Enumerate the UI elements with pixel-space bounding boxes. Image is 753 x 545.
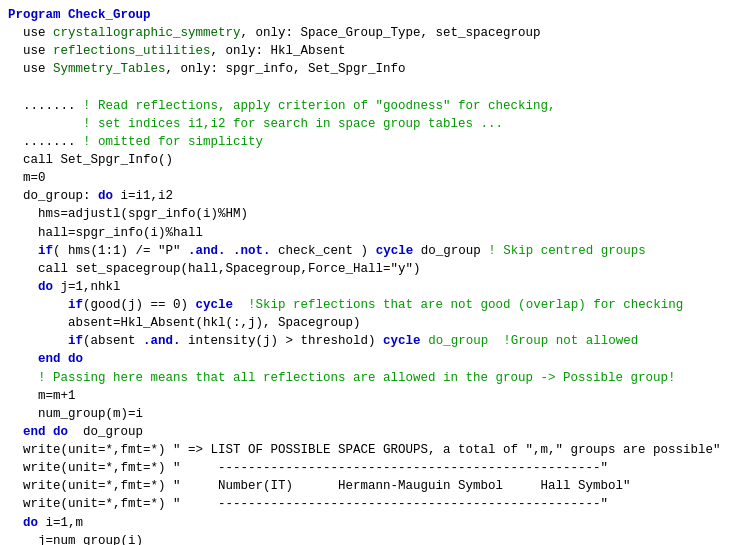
code-line: hms=adjustl(spgr_info(i)%HM) <box>8 205 745 223</box>
code-line: write(unit=*,fmt=*) " ------------------… <box>8 495 745 513</box>
code-line: do j=1,nhkl <box>8 278 745 296</box>
code-line: num_group(m)=i <box>8 405 745 423</box>
code-line: m=m+1 <box>8 387 745 405</box>
code-line: call Set_Spgr_Info() <box>8 151 745 169</box>
code-line: ! Passing here means that all reflection… <box>8 369 745 387</box>
code-line: do i=1,m <box>8 514 745 532</box>
code-line: absent=Hkl_Absent(hkl(:,j), Spacegroup) <box>8 314 745 332</box>
code-line: j=num_group(i) <box>8 532 745 545</box>
code-line: end do do_group <box>8 423 745 441</box>
code-line: ....... ! omitted for simplicity <box>8 133 745 151</box>
code-line: use Symmetry_Tables, only: spgr_info, Se… <box>8 60 745 78</box>
code-line: do_group: do i=i1,i2 <box>8 187 745 205</box>
code-line: end do <box>8 350 745 368</box>
code-line: use reflections_utilities, only: Hkl_Abs… <box>8 42 745 60</box>
code-line: write(unit=*,fmt=*) " => LIST OF POSSIBL… <box>8 441 745 459</box>
code-line: if(good(j) == 0) cycle !Skip reflections… <box>8 296 745 314</box>
code-line: ....... ! Read reflections, apply criter… <box>8 97 745 115</box>
code-line: ! set indices i1,i2 for search in space … <box>8 115 745 133</box>
code-container: Program Check_Group use crystallographic… <box>8 6 745 545</box>
code-line: if(absent .and. intensity(j) > threshold… <box>8 332 745 350</box>
code-line <box>8 79 745 97</box>
code-line: use crystallographic_symmetry, only: Spa… <box>8 24 745 42</box>
code-line: m=0 <box>8 169 745 187</box>
code-line: Program Check_Group <box>8 6 745 24</box>
code-line: hall=spgr_info(i)%hall <box>8 224 745 242</box>
code-line: write(unit=*,fmt=*) " Number(IT) Hermann… <box>8 477 745 495</box>
code-line: if( hms(1:1) /= "P" .and. .not. check_ce… <box>8 242 745 260</box>
code-line: write(unit=*,fmt=*) " ------------------… <box>8 459 745 477</box>
code-line: call set_spacegroup(hall,Spacegroup,Forc… <box>8 260 745 278</box>
